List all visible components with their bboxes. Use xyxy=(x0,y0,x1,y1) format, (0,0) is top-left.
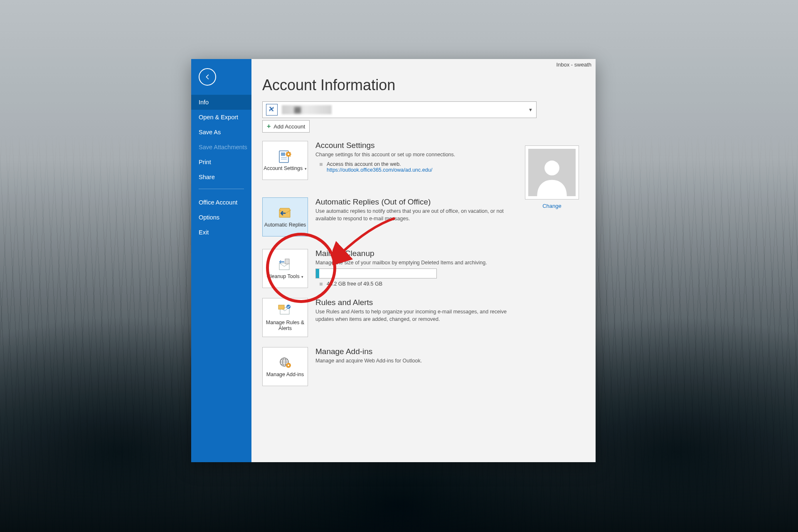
bullet-icon xyxy=(320,283,323,286)
svg-rect-2 xyxy=(281,153,285,156)
svg-rect-10 xyxy=(278,305,284,309)
automatic-replies-button-label: Automatic Replies xyxy=(264,222,306,228)
window-title: Inbox - sweath xyxy=(556,62,591,68)
manage-rules-alerts-button[interactable]: Manage Rules & Alerts xyxy=(262,298,308,337)
dropdown-caret-icon: ▾ xyxy=(303,167,307,171)
automatic-replies-title: Automatic Replies (Out of Office) xyxy=(315,197,523,207)
cleanup-tools-button[interactable]: Cleanup Tools ▾ xyxy=(262,249,308,288)
add-account-button[interactable]: + Add Account xyxy=(262,120,310,133)
manage-addins-title: Manage Add-ins xyxy=(315,347,422,356)
owa-access-text: Access this account on the web. xyxy=(327,161,432,167)
section-manage-addins: Manage Add-ins Manage Add-ins Manage and… xyxy=(262,347,590,386)
dropdown-caret-icon: ▼ xyxy=(528,107,533,112)
cleanup-tools-button-label: Cleanup Tools xyxy=(267,273,300,279)
automatic-replies-desc: Use automatic replies to notify others t… xyxy=(315,208,523,222)
dropdown-caret-icon: ▾ xyxy=(300,275,304,279)
back-button[interactable] xyxy=(199,68,216,86)
avatar-frame xyxy=(525,145,579,200)
svg-rect-8 xyxy=(285,259,289,264)
account-selector[interactable]: ▼ xyxy=(262,101,537,118)
rules-alerts-icon xyxy=(278,304,293,318)
backstage-content: Inbox - sweath Account Information ▼ + A… xyxy=(251,59,596,462)
account-settings-button-label: Account Settings xyxy=(264,165,303,171)
manage-addins-desc: Manage and acquire Web Add-ins for Outlo… xyxy=(315,357,422,365)
account-email-redacted xyxy=(282,105,332,114)
storage-bar-fill xyxy=(316,269,319,278)
cleanup-tools-icon xyxy=(278,258,293,271)
manage-addins-button[interactable]: Manage Add-ins xyxy=(262,347,308,386)
page-title: Account Information xyxy=(262,76,590,94)
svg-point-6 xyxy=(288,153,289,155)
avatar-placeholder-icon xyxy=(528,149,576,196)
svg-rect-3 xyxy=(281,157,287,158)
storage-free-text: 48.2 GB free of 49.5 GB xyxy=(327,281,382,287)
automatic-replies-button[interactable]: Automatic Replies xyxy=(262,197,308,236)
manage-rules-alerts-button-label: Manage Rules & Alerts xyxy=(263,320,308,331)
sidebar-item-office-account[interactable]: Office Account xyxy=(191,195,251,210)
sidebar-divider xyxy=(199,189,244,189)
section-mailbox-cleanup: Cleanup Tools ▾ Mailbox Cleanup Manage t… xyxy=(262,249,590,288)
arrow-left-icon xyxy=(204,73,211,81)
automatic-replies-icon xyxy=(278,207,293,220)
storage-bar xyxy=(315,268,437,278)
svg-point-0 xyxy=(544,160,559,175)
mailbox-cleanup-title: Mailbox Cleanup xyxy=(315,249,487,258)
change-photo-link[interactable]: Change xyxy=(525,203,579,209)
sidebar-item-options[interactable]: Options xyxy=(191,210,251,225)
exchange-icon xyxy=(266,104,278,116)
bullet-icon xyxy=(320,163,323,166)
outlook-backstage-window: Info Open & Export Save As Save Attachme… xyxy=(191,59,596,462)
backstage-sidebar: Info Open & Export Save As Save Attachme… xyxy=(191,59,251,462)
section-rules-alerts: Manage Rules & Alerts Rules and Alerts U… xyxy=(262,298,590,337)
sidebar-item-save-attachments: Save Attachments xyxy=(191,140,251,155)
sidebar-item-open-export[interactable]: Open & Export xyxy=(191,110,251,125)
account-settings-button[interactable]: Account Settings ▾ xyxy=(262,141,308,180)
sidebar-item-exit[interactable]: Exit xyxy=(191,225,251,240)
add-account-label: Add Account xyxy=(273,123,305,130)
rules-alerts-title: Rules and Alerts xyxy=(315,298,523,307)
mailbox-cleanup-desc: Manage the size of your mailbox by empty… xyxy=(315,259,487,267)
account-avatar-area: Change xyxy=(525,145,579,209)
sidebar-item-info[interactable]: Info xyxy=(191,95,251,110)
addins-icon xyxy=(278,356,293,369)
svg-rect-4 xyxy=(281,159,287,160)
account-settings-desc: Change settings for this account or set … xyxy=(315,151,455,159)
account-settings-title: Account Settings xyxy=(315,141,455,150)
account-settings-icon xyxy=(278,150,293,163)
svg-point-15 xyxy=(288,365,289,366)
sidebar-item-share[interactable]: Share xyxy=(191,170,251,185)
sidebar-item-save-as[interactable]: Save As xyxy=(191,125,251,140)
rules-alerts-desc: Use Rules and Alerts to help organize yo… xyxy=(315,308,523,323)
plus-icon: + xyxy=(267,123,271,130)
manage-addins-button-label: Manage Add-ins xyxy=(266,372,304,377)
owa-url-link[interactable]: https://outlook.office365.com/owa/ad.unc… xyxy=(327,167,432,173)
sidebar-item-print[interactable]: Print xyxy=(191,155,251,170)
